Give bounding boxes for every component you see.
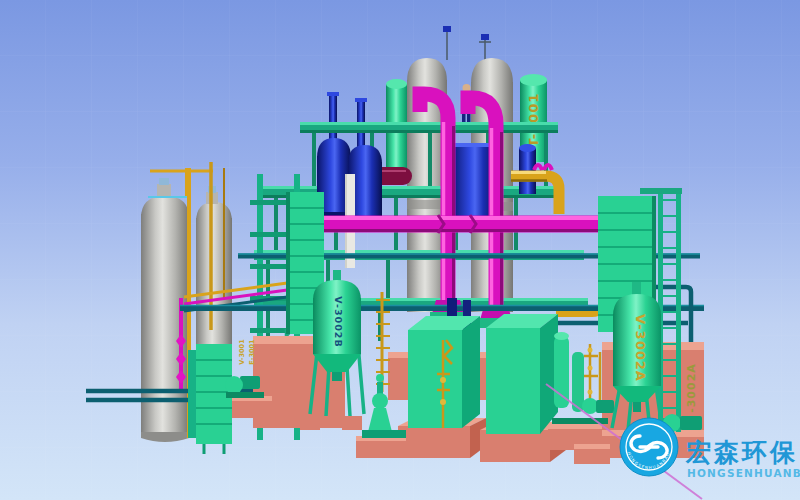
plant-3d-scene: T-3001	[0, 0, 800, 500]
tag-left-1-label: V-3001	[238, 339, 246, 365]
green-box-tank-2	[486, 314, 558, 434]
logo-icon: HONGSENHUANBAO	[620, 418, 678, 476]
pedestal-center-pump	[356, 436, 406, 458]
tower-tag-label: T-3001	[526, 93, 541, 148]
leg-block-1	[300, 416, 320, 430]
pump-tag-right-label: -3002A	[685, 363, 698, 413]
company-name-cn: 宏森环保	[685, 438, 798, 467]
cad-render-viewport: T-3001	[0, 0, 800, 500]
vessel-b-tag-label: V-3002B	[333, 296, 344, 347]
vessel-a-tag-label: V-3002A	[633, 314, 648, 382]
pump-left	[225, 376, 264, 398]
plate-column-bottom-left	[188, 344, 232, 454]
company-name-en: HONGSENHUANBAO	[687, 467, 800, 479]
leg-block-2	[342, 416, 362, 430]
tag-left-2-label: E-3001	[248, 339, 256, 365]
